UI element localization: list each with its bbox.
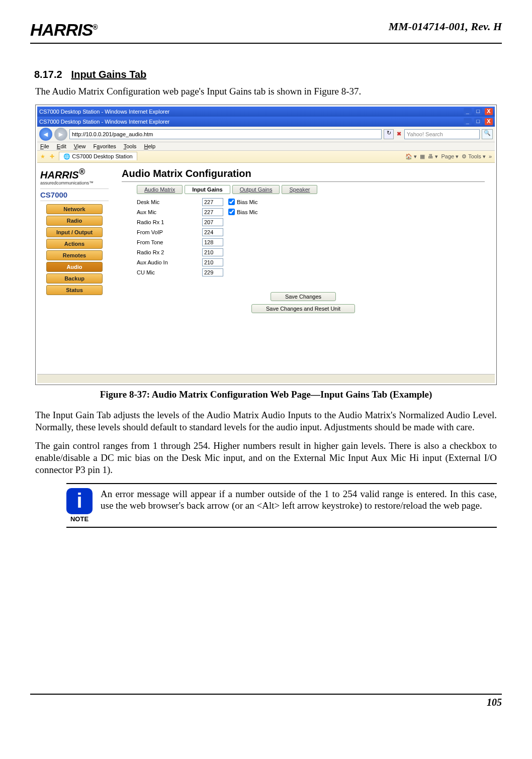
input-cu-mic[interactable]: [202, 268, 223, 276]
intro-text: The Audio Matrix Configuration web page'…: [35, 85, 497, 98]
menu-help[interactable]: Help: [144, 143, 155, 149]
input-radio-rx2[interactable]: [202, 248, 223, 256]
note-text: An error message will appear if a number…: [101, 488, 497, 512]
status-bar: [37, 374, 495, 383]
row-aux-mic: Aux Mic Bias Mic: [137, 208, 485, 216]
bias-aux-mic-label: Bias Mic: [237, 209, 258, 215]
favorites-row: ★ ✚ 🌐 CS7000 Desktop Station 🏠 ▾ ▦ 🖶 ▾ P…: [37, 151, 495, 163]
main-panel: Audio Matrix Configuration Audio Matrix …: [112, 163, 495, 374]
menu-tools[interactable]: Tools: [124, 143, 137, 149]
tab-output-gains[interactable]: Output Gains: [232, 185, 280, 194]
section-number: 8.17.2: [34, 69, 62, 80]
sidebar-product: CS7000: [40, 188, 109, 201]
label-radio-rx2: Radio Rx 2: [137, 249, 202, 255]
row-radio-rx1: Radio Rx 1: [137, 218, 485, 226]
input-aux-mic[interactable]: [202, 208, 223, 216]
fav-left: ★ ✚ 🌐 CS7000 Desktop Station: [40, 153, 137, 160]
nav-actions[interactable]: Actions: [46, 239, 103, 249]
nav-network[interactable]: Network: [46, 204, 103, 214]
figure-caption: Figure 8-37: Audio Matrix Configuration …: [30, 389, 502, 400]
search-x-icon[interactable]: ✖: [397, 131, 401, 137]
tab-speaker[interactable]: Speaker: [282, 185, 317, 194]
inner-window-buttons: _ □ X: [463, 118, 493, 125]
close-button[interactable]: X: [485, 108, 493, 115]
input-from-voip[interactable]: [202, 228, 223, 236]
globe-icon: 🌐: [63, 153, 70, 159]
screenshot: CS7000 Desktop Station - Windows Interne…: [37, 107, 495, 383]
row-cu-mic: CU Mic: [137, 268, 485, 276]
input-desk-mic[interactable]: [202, 198, 223, 206]
maximize-button[interactable]: □: [474, 108, 482, 115]
label-desk-mic: Desk Mic: [137, 199, 202, 205]
sidebar-brand: HARRIS®: [40, 167, 109, 181]
favorites-star-icon[interactable]: ★: [40, 153, 45, 159]
feed-icon[interactable]: ▦: [420, 153, 425, 160]
close-button[interactable]: X: [485, 118, 493, 125]
minimize-button[interactable]: _: [464, 108, 472, 115]
nav-audio[interactable]: Audio: [46, 262, 103, 272]
nav-backup[interactable]: Backup: [46, 273, 103, 283]
figure-frame: CS7000 Desktop Station - Windows Interne…: [35, 105, 497, 385]
print-icon[interactable]: 🖶 ▾: [428, 153, 438, 160]
home-icon[interactable]: 🏠 ▾: [405, 153, 417, 160]
label-cu-mic: CU Mic: [137, 269, 202, 275]
save-changes-button[interactable]: Save Changes: [271, 292, 336, 301]
row-from-tone: From Tone: [137, 238, 485, 246]
note-label: NOTE: [66, 515, 93, 523]
bias-desk-mic-label: Bias Mic: [237, 199, 258, 205]
section-title: Input Gains Tab: [71, 69, 147, 80]
menu-file[interactable]: FFileile: [40, 143, 49, 149]
search-input[interactable]: [404, 129, 480, 139]
nav-radio[interactable]: Radio: [46, 216, 103, 226]
forward-button[interactable]: ►: [54, 128, 67, 141]
minimize-button[interactable]: _: [464, 118, 472, 125]
nav-input-output[interactable]: Input / Output: [46, 227, 103, 237]
page-header: HARRIS® MM-014714-001, Rev. H: [30, 20, 502, 44]
save-area: Save Changes Save Changes and Reset Unit: [122, 291, 485, 315]
back-button[interactable]: ◄: [39, 128, 52, 141]
row-radio-rx2: Radio Rx 2: [137, 248, 485, 256]
nav-sidebar: HARRIS® assuredcommunications™ CS7000 Ne…: [37, 163, 112, 374]
tools-menu[interactable]: ⚙ Tools ▾: [462, 153, 486, 160]
input-from-tone[interactable]: [202, 238, 223, 246]
overflow-icon[interactable]: »: [489, 153, 492, 159]
maximize-button[interactable]: □: [474, 118, 482, 125]
page-number: 105: [487, 697, 502, 708]
bias-aux-mic-checkbox[interactable]: [228, 209, 235, 215]
outer-window-title: CS7000 Desktop Station - Windows Interne…: [39, 109, 169, 115]
page-footer: 105: [30, 694, 502, 708]
menu-edit[interactable]: Edit: [57, 143, 66, 149]
address-bar-row: ◄ ► ↻ ✖ 🔍: [37, 127, 495, 142]
refresh-button[interactable]: ↻: [384, 129, 394, 139]
search-go-button[interactable]: 🔍: [482, 129, 493, 139]
save-reset-button[interactable]: Save Changes and Reset Unit: [251, 304, 355, 313]
menu-bar: FFileile Edit View Favorites Tools Help: [37, 142, 495, 151]
input-aux-audio-in[interactable]: [202, 258, 223, 266]
add-favorite-icon[interactable]: ✚: [50, 153, 54, 159]
brand-reg: ®: [93, 23, 97, 31]
tab-audio-matrix[interactable]: Audio Matrix: [137, 185, 183, 194]
input-radio-rx1[interactable]: [202, 218, 223, 226]
brand-logo: HARRIS®: [30, 20, 98, 40]
browser-tab-label: CS7000 Desktop Station: [72, 153, 132, 159]
menu-favorites[interactable]: Favorites: [94, 143, 116, 149]
info-icon: i: [66, 488, 93, 514]
document-id: MM-014714-001, Rev. H: [389, 20, 502, 33]
nav-status[interactable]: Status: [46, 285, 103, 295]
brand-text: HARRIS: [30, 20, 93, 39]
note-block: i NOTE An error message will appear if a…: [66, 483, 497, 528]
page-content: HARRIS® assuredcommunications™ CS7000 Ne…: [37, 163, 495, 374]
label-aux-mic: Aux Mic: [137, 209, 202, 215]
browser-tab[interactable]: 🌐 CS7000 Desktop Station: [59, 152, 137, 160]
bias-desk-mic-checkbox[interactable]: [228, 199, 235, 205]
inner-window-title: CS7000 Desktop Station - Windows Interne…: [39, 119, 169, 125]
toolbar-right: 🏠 ▾ ▦ 🖶 ▾ Page ▾ ⚙ Tools ▾ »: [405, 153, 492, 160]
nav-remotes[interactable]: Remotes: [46, 250, 103, 260]
address-input[interactable]: [69, 129, 382, 139]
outer-window-buttons: _ □ X: [463, 108, 493, 115]
menu-view[interactable]: View: [74, 143, 86, 149]
outer-window-titlebar: CS7000 Desktop Station - Windows Interne…: [37, 107, 495, 117]
section-heading: 8.17.2Input Gains Tab: [34, 69, 502, 80]
tab-input-gains[interactable]: Input Gains: [185, 185, 230, 194]
page-menu[interactable]: Page ▾: [441, 153, 459, 160]
